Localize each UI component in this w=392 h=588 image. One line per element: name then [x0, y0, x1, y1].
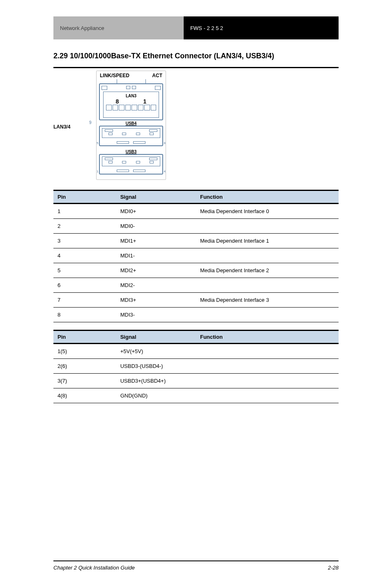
usb-pin1: 1 — [97, 170, 98, 173]
table-row: 2MDI0- — [53, 219, 339, 234]
cell-signal: USBD3-(USBD4-) — [116, 359, 196, 374]
diagram-id-label: LAN3/4 — [53, 71, 86, 130]
cell-pin: 2(6) — [53, 359, 116, 374]
rj45-label: LAN3 — [104, 92, 159, 98]
table-row: 5MDI2+Media Dependent Interface 2 — [53, 263, 339, 278]
cell-pin: 4 — [53, 248, 116, 263]
table-row: 3(7)USBD3+(USBD4+) — [53, 374, 339, 388]
col-signal: Signal — [116, 331, 196, 344]
cell-pin: 3 — [53, 234, 116, 248]
page-footer: Chapter 2 Quick Installation Guide 2-28 — [53, 560, 339, 571]
cell-function: Media Dependent Interface 3 — [196, 293, 339, 308]
cell-signal: +5V(+5V) — [116, 344, 196, 359]
cell-function: Media Dependent Interface 1 — [196, 234, 339, 248]
cell-pin: 7 — [53, 293, 116, 308]
col-function: Function — [196, 331, 339, 344]
header-bar: Network Appliance FWS - 2 2 5 2 — [53, 16, 339, 39]
col-signal: Signal — [116, 191, 196, 204]
cell-pin: 6 — [53, 278, 116, 293]
cell-signal: GND(GND) — [116, 388, 196, 403]
linkspeed-text: LINK/SPEED — [100, 73, 129, 78]
table-row: 4(8)GND(GND) — [53, 388, 339, 403]
rj45-pin1: 1 — [143, 98, 147, 105]
table-row: 7MDI3+Media Dependent Interface 3 — [53, 293, 339, 308]
cell-signal: MDI3+ — [116, 293, 196, 308]
cell-signal: MDI0- — [116, 219, 196, 234]
usb-pin8: 8 — [164, 141, 166, 145]
cell-function — [196, 374, 339, 388]
linkspeed-led — [101, 86, 107, 90]
cell-signal: MDI1- — [116, 248, 196, 263]
cell-pin: 5 — [53, 263, 116, 278]
connector-diagram: LINK/SPEED ACT — [96, 71, 166, 180]
footer-right: 2-28 — [328, 565, 339, 571]
header-left: Network Appliance — [53, 16, 184, 39]
footer-left: Chapter 2 Quick Installation Guide — [53, 565, 135, 571]
cell-signal: USBD3+(USBD4+) — [116, 374, 196, 388]
cell-pin: 4(8) — [53, 388, 116, 403]
usb4-box: 5 8 — [99, 126, 163, 146]
col-pin: Pin — [53, 331, 116, 344]
usb-pin5: 5 — [97, 141, 98, 145]
col-function: Function — [196, 191, 339, 204]
cell-pin: 3(7) — [53, 374, 116, 388]
table-header-row: Pin Signal Function — [53, 331, 339, 344]
table-header-row: Pin Signal Function — [53, 191, 339, 204]
cell-signal: MDI1+ — [116, 234, 196, 248]
cell-pin: 2 — [53, 219, 116, 234]
table-row: 6MDI2- — [53, 278, 339, 293]
rj45-pin8: 8 — [116, 98, 119, 105]
rj45-box: LAN3 8 1 — [99, 83, 163, 120]
cell-function — [196, 344, 339, 359]
cell-pin: 8 — [53, 308, 116, 322]
usb-pin4: 4 — [164, 170, 166, 173]
cell-signal: MDI0+ — [116, 204, 196, 219]
cell-function — [196, 308, 339, 322]
table-row: 8MDI3- — [53, 308, 339, 322]
act-text: ACT — [152, 73, 162, 78]
table-row: 2(6)USBD3-(USBD4-) — [53, 359, 339, 374]
col-pin: Pin — [53, 191, 116, 204]
usb3-label: USB3 — [99, 149, 163, 154]
cell-function — [196, 359, 339, 374]
cell-function — [196, 248, 339, 263]
usb3-box: 1 4 — [99, 154, 163, 175]
cell-pin: 1 — [53, 204, 116, 219]
cell-pin: 1(5) — [53, 344, 116, 359]
side-pin9: 9 — [89, 120, 92, 125]
usb-pinout-table: Pin Signal Function 1(5)+5V(+5V)2(6)USBD… — [53, 330, 339, 403]
act-led — [155, 86, 161, 90]
cell-function: Media Dependent Interface 0 — [196, 204, 339, 219]
table-row: 1MDI0+Media Dependent Interface 0 — [53, 204, 339, 219]
page-title: 2.29 10/100/1000Base-TX Ethernet Connect… — [53, 52, 339, 60]
diagram-area: LAN3/4 LINK/SPEED ACT — [53, 67, 339, 182]
cell-signal: MDI3- — [116, 308, 196, 322]
usb4-label: USB4 — [99, 121, 163, 126]
table-row: 4MDI1- — [53, 248, 339, 263]
cell-signal: MDI2- — [116, 278, 196, 293]
cell-function — [196, 278, 339, 293]
cell-function: Media Dependent Interface 2 — [196, 263, 339, 278]
table-row: 3MDI1+Media Dependent Interface 1 — [53, 234, 339, 248]
cell-function — [196, 219, 339, 234]
header-right: FWS - 2 2 5 2 — [184, 16, 339, 39]
cell-function — [196, 388, 339, 403]
lan-pinout-table: Pin Signal Function 1MDI0+Media Dependen… — [53, 190, 339, 322]
table-row: 1(5)+5V(+5V) — [53, 344, 339, 359]
cell-signal: MDI2+ — [116, 263, 196, 278]
